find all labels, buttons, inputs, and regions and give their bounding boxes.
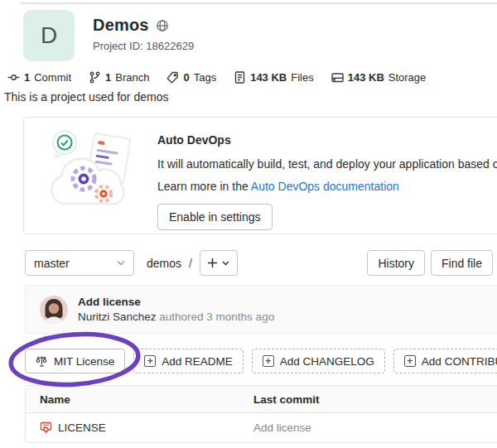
storage-icon (331, 71, 344, 84)
add-file-dropdown[interactable] (200, 250, 238, 276)
commit-icon (7, 71, 20, 84)
file-browser-toolbar: master demos / History Find file (25, 250, 493, 276)
add-changelog-button[interactable]: + Add CHANGELOG (252, 349, 385, 373)
chevron-down-icon (222, 261, 229, 266)
devops-title: Auto DevOps (157, 133, 497, 147)
find-file-button[interactable]: Find file (431, 250, 493, 276)
license-file-icon (40, 422, 52, 434)
chevron-down-icon (117, 260, 125, 266)
stat-commits[interactable]: 1 Commit (7, 71, 71, 84)
devops-body: It will automatically build, test, and d… (157, 157, 497, 171)
mit-license-button[interactable]: MIT License (25, 349, 125, 373)
project-stats: 1 Commit 1 Branch 0 Tags 143 KB (7, 71, 497, 84)
page-title: Demos (93, 16, 149, 35)
file-table: Name Last commit LICENSE Add license (25, 385, 497, 443)
last-commit-box: Add license Nuritzi Sanchez authored 3 m… (25, 285, 497, 334)
breadcrumb-separator: / (189, 257, 192, 270)
plus-square-icon: + (144, 355, 156, 367)
plus-square-icon: + (263, 355, 274, 367)
files-icon (234, 71, 246, 84)
stat-branches[interactable]: 1 Branch (89, 71, 149, 84)
branch-icon (89, 71, 101, 84)
add-readme-button[interactable]: + Add README (133, 349, 244, 373)
history-button[interactable]: History (367, 250, 425, 276)
breadcrumb-project[interactable]: demos (147, 257, 181, 270)
column-last-commit: Last commit (253, 393, 320, 406)
stat-storage[interactable]: 143 KB Storage (331, 71, 427, 84)
auto-devops-banner: Auto DevOps It will automatically build,… (23, 117, 497, 234)
top-divider (21, 2, 497, 4)
project-description: This is a project used for demos (4, 90, 497, 104)
stat-tags[interactable]: 0 Tags (166, 71, 216, 84)
file-table-header: Name Last commit (26, 386, 497, 413)
add-contributing-button[interactable]: + Add CONTRIBUTING (393, 349, 497, 373)
project-id: Project ID: 18622629 (93, 40, 194, 52)
table-row: LICENSE Add license (26, 413, 497, 442)
plus-square-icon: + (404, 355, 416, 367)
column-name: Name (26, 393, 253, 406)
project-avatar: D (23, 10, 75, 61)
branch-selector[interactable]: master (25, 250, 134, 276)
tag-icon (166, 71, 179, 84)
devops-doc-link[interactable]: Auto DevOps documentation (251, 180, 399, 193)
commit-message-link[interactable]: Add license (78, 296, 274, 308)
globe-icon (156, 19, 169, 32)
file-link[interactable]: LICENSE (58, 422, 106, 434)
plus-icon (207, 258, 218, 268)
author-avatar (40, 296, 68, 324)
commit-meta: Nuritzi Sanchez authored 3 months ago (78, 311, 274, 323)
enable-in-settings-button[interactable]: Enable in settings (157, 204, 273, 230)
devops-illustration (24, 118, 150, 234)
scale-icon (36, 355, 48, 368)
repository-tree: Add license Nuritzi Sanchez authored 3 m… (25, 285, 497, 443)
devops-learn-more: Learn more in the Auto DevOps documentat… (157, 180, 497, 193)
stat-files[interactable]: 143 KB Files (234, 71, 314, 84)
check-circle-icon (58, 136, 72, 150)
commit-author-link[interactable]: Nuritzi Sanchez (78, 311, 157, 323)
suggested-files-row: MIT License + Add README + Add CHANGELOG… (25, 349, 497, 373)
project-header: D Demos Project ID: 18622629 (23, 10, 497, 61)
row-commit-link[interactable]: Add license (253, 422, 311, 434)
